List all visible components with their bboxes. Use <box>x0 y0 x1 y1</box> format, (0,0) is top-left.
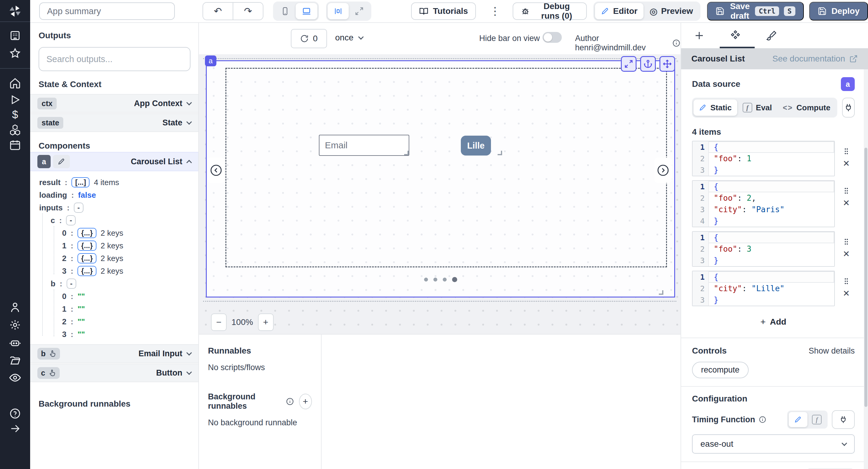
carousel-prev-area[interactable] <box>207 158 225 183</box>
code-line[interactable]: } <box>709 294 834 306</box>
resize-handle[interactable] <box>404 151 409 155</box>
resize-handle[interactable] <box>498 151 502 155</box>
desktop-view-button[interactable] <box>296 3 317 19</box>
component-settings-tab[interactable] <box>717 30 753 41</box>
chevron-down-icon[interactable] <box>186 119 192 124</box>
zoom-out-button[interactable]: − <box>211 313 227 331</box>
arrow-left-circle-icon[interactable] <box>210 164 223 177</box>
timing-function-select[interactable]: ease-out <box>692 434 855 454</box>
add-item-button[interactable]: + Add <box>743 314 804 330</box>
static-mode-button[interactable] <box>789 412 807 427</box>
workspace-icon[interactable] <box>0 29 30 42</box>
code-line[interactable]: { <box>709 232 834 243</box>
email-input[interactable]: Email <box>319 135 409 156</box>
code-line[interactable]: "foo": 1 <box>709 153 834 164</box>
json-editor[interactable]: 1{2"foo": 13} <box>692 141 835 176</box>
ctx-row[interactable]: ctx App Context <box>30 94 198 113</box>
tree-expand-chip[interactable]: {...} <box>78 228 96 238</box>
resources-cubes-icon[interactable] <box>0 123 30 136</box>
eval-mode-button[interactable]: f Eval <box>737 99 778 116</box>
expand-component-button[interactable] <box>621 56 637 72</box>
show-details-link[interactable]: Show details <box>809 346 855 356</box>
deploy-button[interactable]: Deploy <box>809 2 868 21</box>
editor-tab[interactable]: Editor <box>595 3 644 19</box>
selected-component-tag[interactable]: a <box>205 56 216 66</box>
scrollbar-thumb[interactable] <box>864 148 867 407</box>
runs-play-icon[interactable] <box>0 93 30 106</box>
more-menu-button[interactable]: ⋮ <box>490 6 501 17</box>
chevron-down-icon[interactable] <box>186 100 192 105</box>
variables-dollar-icon[interactable]: $ <box>0 108 30 122</box>
drag-handle-icon[interactable] <box>842 277 850 285</box>
anchor-component-button[interactable] <box>640 56 656 72</box>
refresh-mode-select[interactable]: once <box>335 33 363 42</box>
tree-expand-chip[interactable]: [...] <box>71 177 90 187</box>
drag-handle-icon[interactable] <box>842 147 850 155</box>
code-line[interactable]: "city": "Paris" <box>709 204 834 215</box>
refresh-counter-button[interactable]: 0 <box>291 29 327 48</box>
expand-sidebar-arrow-icon[interactable] <box>0 422 30 435</box>
carousel-dot[interactable] <box>443 278 447 282</box>
workers-robot-icon[interactable] <box>0 336 30 350</box>
eval-mode-button[interactable]: f <box>807 412 826 427</box>
favorites-star-icon[interactable] <box>0 47 30 60</box>
schedules-calendar-icon[interactable] <box>0 138 30 152</box>
code-line[interactable]: { <box>709 181 834 192</box>
home-icon[interactable] <box>0 76 30 90</box>
redo-button[interactable]: ↷ <box>233 3 263 20</box>
tree-expand-chip[interactable]: - <box>66 215 76 225</box>
connect-plug-button[interactable] <box>832 410 855 429</box>
help-icon[interactable] <box>0 407 30 420</box>
fullwidth-layout-button[interactable] <box>349 3 370 19</box>
chevron-down-icon[interactable] <box>186 369 192 375</box>
static-mode-button[interactable]: Static <box>693 99 737 116</box>
carousel-next-area[interactable] <box>654 158 672 183</box>
centered-layout-button[interactable] <box>328 3 349 19</box>
app-canvas[interactable]: a Email Lille − 100% + <box>199 54 681 334</box>
recompute-button[interactable]: recompute <box>692 362 749 378</box>
undo-button[interactable]: ↶ <box>203 3 233 20</box>
tree-expand-chip[interactable]: - <box>67 279 76 289</box>
save-draft-button[interactable]: Save draft Ctrl S <box>707 2 804 21</box>
code-line[interactable]: } <box>709 255 834 266</box>
edit-id-pencil-icon[interactable] <box>53 155 70 168</box>
resize-handle[interactable] <box>659 290 663 295</box>
code-line[interactable]: "foo": 2, <box>709 192 834 204</box>
app-summary-input[interactable] <box>39 2 175 20</box>
preview-tab[interactable]: ◎ Preview <box>644 3 699 19</box>
audit-eye-icon[interactable] <box>0 371 30 384</box>
code-line[interactable]: } <box>709 164 834 176</box>
state-row[interactable]: state State <box>30 113 198 132</box>
tree-expand-chip[interactable]: {...} <box>78 241 96 251</box>
code-line[interactable]: { <box>709 142 834 153</box>
info-icon[interactable] <box>758 416 767 424</box>
component-c-row[interactable]: c Button <box>30 364 198 382</box>
carousel-dot[interactable] <box>452 277 457 282</box>
delete-item-button[interactable]: ✕ <box>843 250 849 258</box>
json-editor[interactable]: 1{2"foo": 2,3"city": "Paris"4} <box>692 180 835 227</box>
compute-mode-button[interactable]: <> Compute <box>777 99 836 116</box>
move-component-button[interactable] <box>659 56 675 72</box>
code-line[interactable]: "foo": 3 <box>709 243 834 255</box>
arrow-right-circle-icon[interactable] <box>656 164 670 177</box>
code-line[interactable]: "city": "Lille" <box>709 283 834 294</box>
users-person-icon[interactable] <box>0 301 30 314</box>
json-editor[interactable]: 1{2"city": "Lille"3} <box>692 271 835 306</box>
carousel-component[interactable]: Email Lille <box>206 60 675 298</box>
component-a-row[interactable]: a Carousel List <box>30 152 198 171</box>
tree-expand-chip[interactable]: {...} <box>78 266 96 276</box>
hide-bar-toggle[interactable] <box>542 32 562 43</box>
info-icon[interactable] <box>286 397 294 406</box>
connect-plug-button[interactable] <box>842 98 855 118</box>
scrollbar-track[interactable] <box>864 69 868 469</box>
folders-icon[interactable] <box>0 354 30 367</box>
add-background-runnable-button[interactable]: + <box>299 394 312 409</box>
debug-runs-button[interactable]: Debug runs (0) <box>513 2 587 20</box>
carousel-dot[interactable] <box>424 278 428 282</box>
drag-handle-icon[interactable] <box>842 238 850 246</box>
insert-component-tab[interactable] <box>681 30 717 41</box>
search-outputs-input[interactable] <box>38 47 190 71</box>
tree-expand-chip[interactable]: - <box>74 202 84 213</box>
code-line[interactable]: } <box>709 215 834 227</box>
chevron-down-icon[interactable] <box>186 350 192 355</box>
